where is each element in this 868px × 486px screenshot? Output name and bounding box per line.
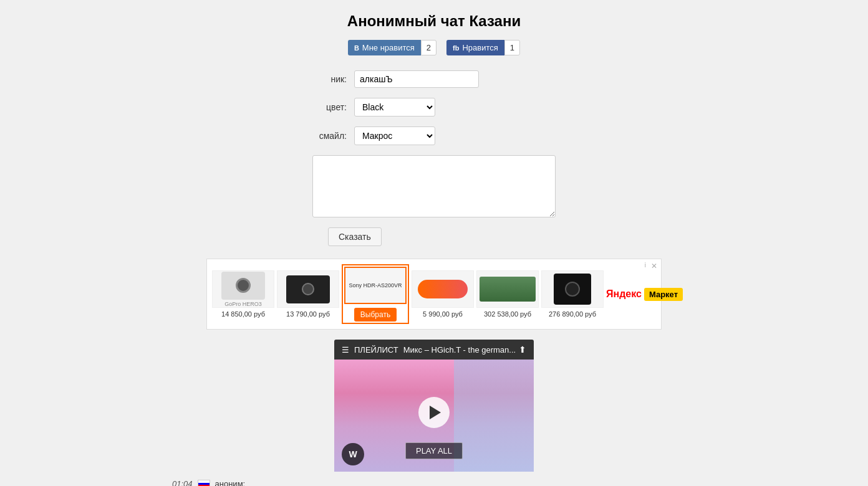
yandex-text: Яндекс — [606, 288, 642, 300]
fb-like-button[interactable]: fb Нравится 1 — [446, 40, 520, 55]
market-badge: Маркет — [644, 288, 683, 301]
vk-like-count: 2 — [421, 40, 436, 55]
nick-input[interactable] — [354, 70, 479, 88]
vk-like-button[interactable]: В Мне нравится 2 — [348, 40, 436, 55]
play-button[interactable] — [418, 397, 450, 428]
nick-row: ник: — [297, 70, 571, 88]
warner-logo: W — [342, 443, 364, 465]
playlist-label: ПЛЕЙЛИСТ — [354, 345, 398, 355]
ad-item-2[interactable]: 13 790,00 руб — [277, 270, 339, 318]
color-label: цвет: — [297, 102, 347, 112]
fb-like-main[interactable]: fb Нравится — [446, 40, 504, 55]
message-timestamp: 01:04 — [172, 479, 193, 486]
video-title: Микс – HGich.T - the german... — [403, 345, 516, 355]
color-select[interactable]: Black Red Blue Green White — [354, 98, 435, 117]
ad-item-5-image — [476, 270, 539, 308]
video-header-left: ☰ ПЛЕЙЛИСТ Микс – HGich.T - the german..… — [342, 345, 516, 355]
ad-item-6[interactable]: 276 890,00 руб — [541, 270, 604, 318]
ad-item-3[interactable]: Sony HDR-AS200VR Выбрать — [342, 264, 409, 324]
fb-like-count: 1 — [504, 40, 520, 55]
video-thumbnail[interactable]: PLAY ALL W — [334, 360, 534, 472]
ad-item-1-image: GoPro HERO3 — [212, 270, 274, 308]
page-title: Анонимный чат Казани — [160, 12, 708, 30]
fb-like-label: Нравится — [462, 43, 498, 52]
smile-label: смайл: — [297, 131, 347, 141]
ad-item-4-image — [412, 270, 474, 308]
fb-icon: fb — [453, 44, 459, 52]
flag-icon — [198, 480, 210, 486]
message-textarea[interactable] — [312, 155, 556, 217]
ad-item-1[interactable]: GoPro HERO3 14 850,00 руб — [212, 270, 274, 318]
ad-item-5-price: 302 538,00 руб — [484, 310, 531, 318]
vk-like-main[interactable]: В Мне нравится — [348, 40, 421, 55]
vk-like-label: Мне нравится — [362, 43, 415, 52]
video-header: ☰ ПЛЕЙЛИСТ Микс – HGich.T - the german..… — [334, 340, 534, 360]
chat-form: ник: цвет: Black Red Blue Green White см… — [160, 70, 708, 246]
color-row: цвет: Black Red Blue Green White — [297, 98, 571, 117]
message-row — [297, 155, 571, 217]
yandex-market-logo: Яндекс Маркет — [606, 288, 683, 301]
play-triangle-icon — [430, 406, 441, 419]
share-icon[interactable]: ⬆ — [519, 345, 526, 355]
ad-item-6-image — [541, 270, 604, 308]
vk-icon: В — [354, 44, 359, 52]
smile-select[interactable]: Макрос Обычный Аниме — [354, 126, 435, 145]
submit-button[interactable]: Сказать — [328, 227, 382, 246]
play-all-button[interactable]: PLAY ALL — [405, 442, 463, 459]
ad-banner: i ✕ GoPro HERO3 14 850,00 руб — [206, 259, 662, 330]
smile-row: смайл: Макрос Обычный Аниме — [297, 126, 571, 145]
message-username: аноним: — [215, 479, 246, 486]
ad-item-3-image: Sony HDR-AS200VR — [344, 267, 407, 304]
ad-item-2-image — [277, 270, 339, 308]
ad-badge: i — [645, 262, 646, 269]
ad-close-button[interactable]: ✕ — [651, 262, 657, 270]
ad-item-3-select-button[interactable]: Выбрать — [354, 308, 397, 322]
ad-item-4-price: 5 990,00 руб — [423, 310, 463, 318]
video-section: ☰ ПЛЕЙЛИСТ Микс – HGich.T - the german..… — [334, 340, 534, 472]
ad-item-4[interactable]: 5 990,00 руб — [412, 270, 474, 318]
submit-row: Сказать — [297, 227, 571, 246]
nick-label: ник: — [297, 74, 347, 84]
ad-item-2-price: 13 790,00 руб — [286, 310, 330, 318]
ad-item-1-price: 14 850,00 руб — [221, 310, 265, 318]
ad-item-6-price: 276 890,00 руб — [549, 310, 596, 318]
playlist-icon: ☰ — [342, 345, 349, 355]
ad-item-5[interactable]: 302 538,00 руб — [476, 270, 539, 318]
social-buttons: В Мне нравится 2 fb Нравится 1 — [160, 40, 708, 55]
chat-message-row: 01:04 аноним: — [160, 479, 708, 486]
